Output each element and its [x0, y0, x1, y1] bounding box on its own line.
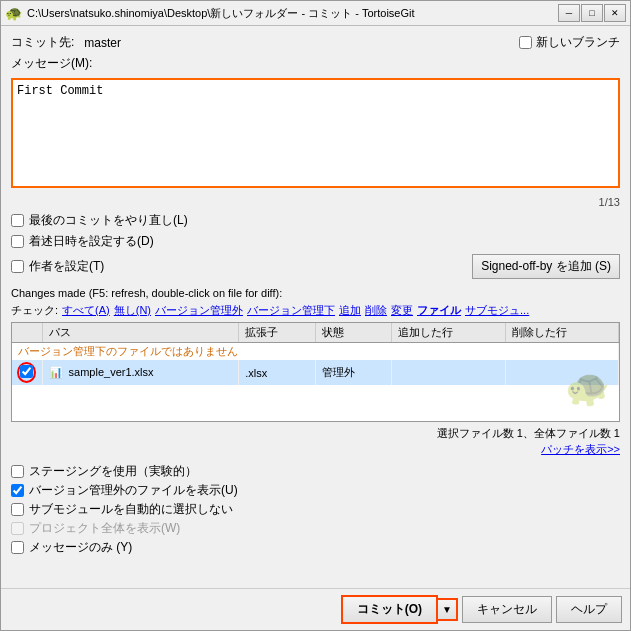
- row-ext: .xlsx: [239, 360, 316, 385]
- app-icon: 🐢: [5, 5, 22, 21]
- row-checkbox[interactable]: [20, 365, 33, 378]
- staging-label: ステージングを使用（実験的）: [29, 463, 197, 480]
- show-whole-check[interactable]: [11, 522, 24, 535]
- msg-only-checkbox[interactable]: メッセージのみ (Y): [11, 539, 620, 556]
- date-checkbox[interactable]: 着述日時を設定する(D): [11, 233, 620, 250]
- no-auto-select-label: サブモジュールを自動的に選択しない: [29, 501, 233, 518]
- tortoise-logo: 🐢: [565, 367, 615, 417]
- form-content: コミット先: master 新しいブランチ メッセージ(M): First Co…: [1, 26, 630, 588]
- row-added: [392, 360, 505, 385]
- msg-only-check[interactable]: [11, 541, 24, 554]
- filter-submodule[interactable]: サブモジュ...: [465, 303, 529, 318]
- author-check[interactable]: [11, 260, 24, 273]
- th-ext: 拡張子: [239, 323, 316, 343]
- message-counter: 1/13: [599, 196, 620, 208]
- staging-checkbox[interactable]: ステージングを使用（実験的）: [11, 463, 620, 480]
- help-button[interactable]: ヘルプ: [556, 596, 622, 623]
- row-check-cell[interactable]: [12, 360, 42, 385]
- counter-row: 1/13: [11, 196, 620, 208]
- filter-files[interactable]: ファイル: [417, 303, 461, 318]
- window-controls: ─ □ ✕: [558, 4, 626, 22]
- message-input[interactable]: First Commit: [11, 78, 620, 188]
- bottom-buttons-bar: コミット(O) ▼ キャンセル ヘルプ: [1, 588, 630, 630]
- row-check-highlight: [17, 362, 36, 383]
- show-unversioned-label: バージョン管理外のファイルを表示(U): [29, 482, 238, 499]
- main-window: 🐢 C:\Users\natsuko.shinomiya\Desktop\新しい…: [0, 0, 631, 631]
- commit-button[interactable]: コミット(O): [341, 595, 438, 624]
- file-icon: 📊: [49, 366, 63, 378]
- filter-modified[interactable]: 変更: [391, 303, 413, 318]
- redo-label: 最後のコミットをやり直し(L): [29, 212, 188, 229]
- minimize-button[interactable]: ─: [558, 4, 580, 22]
- show-whole-label: プロジェクト全体を表示(W): [29, 520, 180, 537]
- branch-value: master: [84, 36, 144, 50]
- th-status: 状態: [315, 323, 392, 343]
- author-signed-row: 作者を設定(T) Signed-off-by を追加 (S): [11, 254, 620, 279]
- filter-bar: チェック: すべて(A) 無し(N) バージョン管理外 バージョン管理下 追加 …: [11, 303, 620, 318]
- table-header-row: パス 拡張子 状態 追加した行 削除した行: [12, 323, 619, 343]
- file-table: パス 拡張子 状態 追加した行 削除した行 バージョン管理下のファイルではありま…: [12, 323, 619, 385]
- show-unversioned-check[interactable]: [11, 484, 24, 497]
- filter-all[interactable]: すべて(A): [62, 303, 110, 318]
- no-auto-select-checkbox[interactable]: サブモジュールを自動的に選択しない: [11, 501, 620, 518]
- selection-info-area: 選択ファイル数 1、全体ファイル数 1 パッチを表示>>: [11, 426, 620, 457]
- message-container: First Commit: [11, 78, 620, 191]
- msg-only-label: メッセージのみ (Y): [29, 539, 132, 556]
- th-added: 追加した行: [392, 323, 505, 343]
- filter-none[interactable]: 無し(N): [114, 303, 151, 318]
- staging-check[interactable]: [11, 465, 24, 478]
- redo-commit-checkbox[interactable]: 最後のコミットをやり直し(L): [11, 212, 620, 229]
- file-table-container: パス 拡張子 状態 追加した行 削除した行 バージョン管理下のファイルではありま…: [11, 322, 620, 422]
- show-unversioned-checkbox[interactable]: バージョン管理外のファイルを表示(U): [11, 482, 620, 499]
- redo-check[interactable]: [11, 214, 24, 227]
- filter-deleted[interactable]: 削除: [365, 303, 387, 318]
- no-auto-select-check[interactable]: [11, 503, 24, 516]
- new-branch-checkbox[interactable]: 新しいブランチ: [519, 34, 620, 51]
- signed-off-button[interactable]: Signed-off-by を追加 (S): [472, 254, 620, 279]
- filter-added[interactable]: 追加: [339, 303, 361, 318]
- filter-versioned[interactable]: バージョン管理下: [247, 303, 335, 318]
- window-title: C:\Users\natsuko.shinomiya\Desktop\新しいフォ…: [27, 6, 415, 21]
- row-status: 管理外: [315, 360, 392, 385]
- commit-dest-row: コミット先: master 新しいブランチ: [11, 34, 620, 51]
- maximize-button[interactable]: □: [581, 4, 603, 22]
- new-branch-check[interactable]: [519, 36, 532, 49]
- row-icon-path: 📊 sample_ver1.xlsx: [42, 360, 239, 385]
- author-label: 作者を設定(T): [29, 258, 104, 275]
- commit-btn-group: コミット(O) ▼: [341, 595, 458, 624]
- author-checkbox[interactable]: 作者を設定(T): [11, 258, 104, 275]
- th-check: [12, 323, 42, 343]
- selection-info: 選択ファイル数 1、全体ファイル数 1: [437, 426, 620, 441]
- changes-header: Changes made (F5: refresh, double-click …: [11, 287, 620, 299]
- commit-dest-label: コミット先:: [11, 34, 74, 51]
- date-check[interactable]: [11, 235, 24, 248]
- new-branch-label: 新しいブランチ: [536, 34, 620, 51]
- commit-dropdown-button[interactable]: ▼: [438, 598, 458, 621]
- title-bar: 🐢 C:\Users\natsuko.shinomiya\Desktop\新しい…: [1, 1, 630, 26]
- table-row[interactable]: 📊 sample_ver1.xlsx .xlsx 管理外: [12, 360, 619, 385]
- bottom-options: ステージングを使用（実験的） バージョン管理外のファイルを表示(U) サブモジュ…: [11, 463, 620, 556]
- row-path: sample_ver1.xlsx: [69, 366, 154, 378]
- th-path: パス: [42, 323, 239, 343]
- patch-link[interactable]: パッチを表示>>: [541, 442, 620, 457]
- date-label: 着述日時を設定する(D): [29, 233, 154, 250]
- filter-unversioned[interactable]: バージョン管理外: [155, 303, 243, 318]
- untracked-note: バージョン管理下のファイルではありません: [12, 343, 619, 361]
- close-button[interactable]: ✕: [604, 4, 626, 22]
- show-whole-checkbox[interactable]: プロジェクト全体を表示(W): [11, 520, 620, 537]
- cancel-button[interactable]: キャンセル: [462, 596, 552, 623]
- th-deleted: 削除した行: [505, 323, 618, 343]
- filter-label: チェック:: [11, 303, 58, 318]
- untracked-note-row: バージョン管理下のファイルではありません: [12, 343, 619, 361]
- message-label: メッセージ(M):: [11, 55, 620, 72]
